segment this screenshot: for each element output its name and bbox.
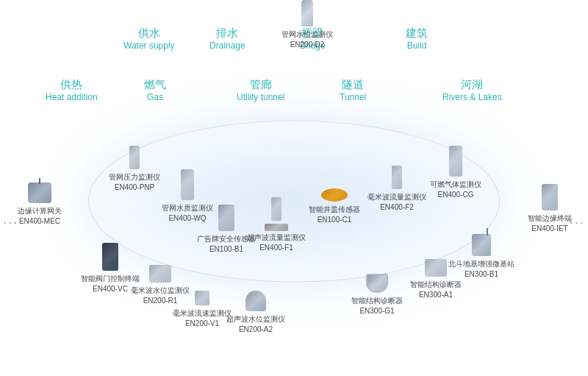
category-rivers-zh: 河湖 — [442, 77, 502, 92]
category-build: 建筑 Build — [406, 26, 428, 52]
dots-right: ... — [570, 212, 585, 227]
en300-g1-label: 智能结构诊断器 EN300-G1 — [351, 296, 403, 316]
category-rivers-en: Rivers & Lakes — [442, 92, 502, 104]
device-en400-pnp: 管网压力监测仪 EN400-PNP — [109, 146, 160, 193]
en300-b1-icon — [472, 234, 491, 256]
en400-pnp-icon — [129, 146, 140, 169]
device-en400-iet: 智能边缘终端 EN400-IET — [528, 184, 572, 234]
category-drainage-en: Drainage — [209, 40, 245, 52]
en400-iet-label: 智能边缘终端 EN400-IET — [528, 213, 572, 234]
en400-f1-icon-base — [265, 224, 288, 231]
category-heat-zh: 供热 — [46, 77, 98, 92]
en200-v1-label: 毫米波流速监测仪 EN200-V1 — [173, 308, 232, 329]
category-rivers-lakes: 河湖 Rivers & Lakes — [442, 77, 502, 103]
en100-b1-icon — [218, 205, 234, 231]
device-en200-d2: 管网水位监测仪 EN200-D2 — [282, 0, 333, 50]
en400-pnp-label: 管网压力监测仪 EN400-PNP — [109, 172, 160, 193]
en200-r1-icon — [149, 265, 171, 283]
en400-cg-icon — [449, 146, 462, 177]
en100-c1-icon — [321, 188, 348, 202]
category-gas-zh: 燃气 — [144, 77, 166, 92]
en400-vc-icon — [102, 243, 118, 271]
category-water-supply: 供水 Water supply — [123, 26, 175, 52]
en200-a2-label: 超声波水位监测仪 EN200-A2 — [226, 314, 285, 335]
category-utility-tunnel: 管廊 Utility tunnel — [237, 77, 284, 103]
device-en200-v1: 毫米波流速监测仪 EN200-V1 — [173, 291, 232, 329]
device-en100-c1: 智能井盖传感器 EN100-C1 — [309, 188, 360, 225]
en400-wq-icon — [181, 169, 194, 200]
category-heat-addition: 供热 Heat addition — [46, 77, 98, 103]
category-gas-en: Gas — [144, 92, 166, 104]
category-water-supply-zh: 供水 — [123, 26, 175, 40]
en400-iet-icon — [542, 184, 558, 210]
device-en300-g1: 智能结构诊断器 EN300-G1 — [351, 274, 403, 316]
category-tunnel-en: Tunnel — [340, 92, 366, 104]
device-en200-a2: 超声波水位监测仪 EN200-A2 — [226, 291, 285, 335]
category-build-en: Build — [406, 40, 428, 52]
en200-v1-icon — [195, 291, 209, 305]
en300-g1-icon — [366, 274, 388, 293]
main-scene: 供水 Water supply 排水 Drainage 桥梁 Bridge 建筑… — [0, 0, 588, 376]
dots-left: ... — [3, 212, 18, 227]
device-en400-mec: 边缘计算网关 EN400-MEC — [18, 182, 62, 227]
category-drainage: 排水 Drainage — [209, 26, 245, 52]
en400-f1-label: 超声波流量监测仪 EN400-F1 — [247, 233, 306, 253]
device-en400-cg: 可燃气体监测仪 EN400-CG — [430, 146, 481, 200]
category-gas: 燃气 Gas — [144, 77, 166, 103]
category-build-zh: 建筑 — [406, 26, 428, 40]
en400-mec-label: 边缘计算网关 EN400-MEC — [18, 206, 62, 227]
category-water-supply-en: Water supply — [123, 40, 175, 52]
en200-d2-label: 管网水位监测仪 EN200-D2 — [282, 29, 333, 50]
category-utility-en: Utility tunnel — [237, 92, 284, 104]
category-drainage-zh: 排水 — [209, 26, 245, 40]
category-tunnel: 隧道 Tunnel — [340, 77, 366, 103]
device-en300-b1: 北斗地基增强微基站 EN300-B1 — [448, 234, 514, 280]
en400-f2-icon — [392, 166, 402, 189]
category-tunnel-zh: 隧道 — [340, 77, 366, 92]
category-utility-zh: 管廊 — [237, 77, 284, 92]
en300-b1-label: 北斗地基增强微基站 EN300-B1 — [448, 259, 514, 280]
en400-mec-icon — [28, 182, 51, 203]
en100-c1-label: 智能井盖传感器 EN100-C1 — [309, 205, 360, 225]
en400-cg-label: 可燃气体监测仪 EN400-CG — [430, 180, 481, 200]
en400-f2-label: 毫米波流量监测仪 EN400-F2 — [368, 192, 426, 213]
category-heat-en: Heat addition — [46, 92, 98, 104]
device-en400-f2: 毫米波流量监测仪 EN400-F2 — [368, 166, 426, 213]
en300-a1-label: 智能结构诊断器 EN300-A1 — [410, 280, 462, 300]
device-en400-f1: 超声波流量监测仪 EN400-F1 — [247, 197, 306, 253]
en200-d2-icon — [301, 0, 313, 26]
en200-a2-icon — [245, 291, 266, 311]
en300-a1-icon — [425, 259, 447, 277]
en400-f1-icon-top — [271, 197, 282, 221]
